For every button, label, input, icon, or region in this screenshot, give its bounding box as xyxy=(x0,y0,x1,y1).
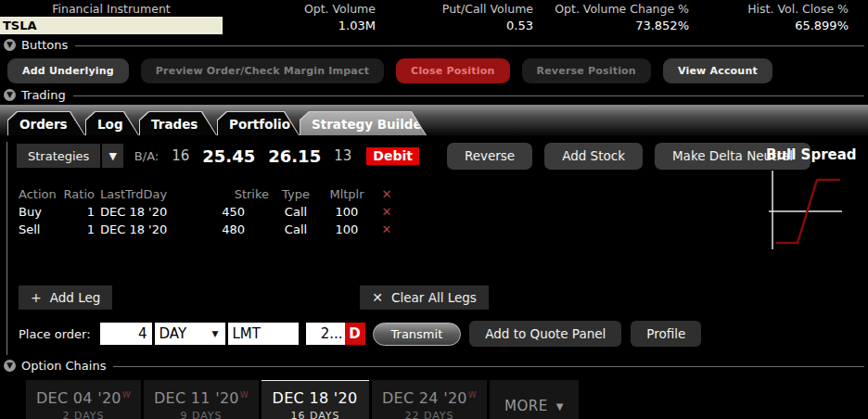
chevron-down-icon: ▼ xyxy=(556,401,564,412)
tif-value: DAY xyxy=(160,325,187,342)
legs-header-lasttrdday: LastTrdDay xyxy=(95,185,204,203)
weekly-marker: W xyxy=(122,390,131,400)
strategy-builder-panel: Strategies ▼ B/A: 16 25.45 26.15 13 Debi… xyxy=(6,142,868,355)
close-position-button[interactable]: Close Position xyxy=(396,58,509,83)
quote-panel: Financial Instrument Opt. Volume Put/Cal… xyxy=(0,0,868,34)
remove-leg-icon[interactable]: ✕ xyxy=(371,221,402,238)
view-account-button[interactable]: View Account xyxy=(663,58,772,83)
preview-order-button[interactable]: Preview Order/Check Margin Impact xyxy=(141,58,384,83)
limit-price-field[interactable] xyxy=(306,323,345,345)
expiry-date: DEC 24 '20 xyxy=(382,389,467,407)
tab-label: Trades xyxy=(151,117,214,132)
option-chains-section-header: ▼ Option Chains xyxy=(4,358,864,374)
expiry-tab-dec11[interactable]: DEC 11 '20W 9 DAYS xyxy=(144,380,259,419)
remove-column-icon[interactable]: ✕ xyxy=(371,185,402,203)
section-rule xyxy=(73,95,864,96)
reverse-button[interactable]: Reverse xyxy=(447,143,532,170)
payoff-chart xyxy=(768,170,844,251)
expiry-tab-dec24[interactable]: DEC 24 '20W 22 DAYS xyxy=(372,380,487,419)
bid-size: 16 xyxy=(172,147,189,164)
tab-label: Strategy Builder xyxy=(312,117,444,132)
section-label: Trading xyxy=(21,88,66,102)
tif-select[interactable]: DAY ▼ xyxy=(155,323,225,345)
add-leg-button[interactable]: + Add Leg xyxy=(19,286,112,310)
opt-volume-value: 1.03M xyxy=(223,19,376,32)
more-expiries-button[interactable]: MORE ▼ xyxy=(490,380,579,419)
tab-label: Portfolio xyxy=(229,117,307,132)
tab-trades[interactable]: Trades xyxy=(139,111,217,135)
quantity-field[interactable] xyxy=(100,323,152,345)
strategies-dropdown-icon[interactable]: ▼ xyxy=(102,144,122,168)
col-financial-instrument: Financial Instrument xyxy=(0,2,223,16)
expiry-date: DEC 04 '20 xyxy=(36,389,121,407)
ask-price: 26.15 xyxy=(268,146,321,166)
legs-header-mltplr: Mltplr xyxy=(323,185,371,203)
debit-badge: Debit xyxy=(366,147,419,165)
reverse-position-button[interactable]: Reverse Position xyxy=(522,58,651,83)
clear-all-legs-button[interactable]: ✕ Clear All Legs xyxy=(360,286,489,310)
opt-volume-change-value: 73.852% xyxy=(533,19,689,32)
legs-header-type: Type xyxy=(269,185,323,203)
col-opt-volume: Opt. Volume xyxy=(223,2,376,16)
leg-mltplr: 100 xyxy=(323,221,371,238)
section-label: Option Chains xyxy=(21,359,106,373)
days-to-expiry: 9 DAYS xyxy=(144,410,259,419)
profile-button[interactable]: Profile xyxy=(631,321,701,347)
leg-lasttrdday: DEC 18 '20 xyxy=(95,221,204,238)
top-button-row: Add Underlying Preview Order/Check Margi… xyxy=(7,57,868,84)
collapse-triangle-icon[interactable]: ▼ xyxy=(4,89,16,101)
days-to-expiry: 16 DAYS xyxy=(262,410,369,419)
order-type-field[interactable] xyxy=(228,323,299,345)
tws-strategy-builder-window: Financial Instrument Opt. Volume Put/Cal… xyxy=(0,0,868,419)
tab-label: Log xyxy=(97,117,140,132)
strategy-bar: Strategies ▼ B/A: 16 25.45 26.15 13 Debi… xyxy=(17,142,868,170)
leg-actions-row: + Add Leg ✕ Clear All Legs xyxy=(19,286,868,310)
legs-header-ratio: Ratio xyxy=(56,185,95,203)
remove-leg-icon[interactable]: ✕ xyxy=(371,203,402,221)
payoff-chart-box: Bull Spread xyxy=(766,146,862,251)
strategies-button[interactable]: Strategies xyxy=(17,144,100,168)
days-to-expiry: 2 DAYS xyxy=(26,410,141,419)
leg-type: Call xyxy=(269,221,323,238)
hist-vol-close-value: 65.899% xyxy=(689,19,849,32)
quote-header-row: Financial Instrument Opt. Volume Put/Cal… xyxy=(0,2,868,16)
tab-portfolio[interactable]: Portfolio xyxy=(217,111,300,135)
clear-all-legs-label: Clear All Legs xyxy=(391,290,477,305)
expiry-tab-dec04[interactable]: DEC 04 '20W 2 DAYS xyxy=(26,380,141,419)
day-order-badge: D xyxy=(345,323,365,345)
tab-log[interactable]: Log xyxy=(85,111,139,135)
collapse-triangle-icon[interactable]: ▼ xyxy=(4,360,16,372)
leg-action: Sell xyxy=(13,221,56,238)
weekly-marker: W xyxy=(240,390,249,400)
tab-orders[interactable]: Orders xyxy=(7,111,85,135)
tab-label: Orders xyxy=(19,117,84,132)
col-hist-vol-close: Hist. Vol. Close % xyxy=(689,2,849,16)
add-stock-button[interactable]: Add Stock xyxy=(544,143,643,170)
expiry-date: DEC 18 '20 xyxy=(273,389,358,407)
add-to-quote-panel-button[interactable]: Add to Quote Panel xyxy=(469,321,621,347)
legs-header-strike: Strike xyxy=(204,185,269,203)
expiry-date: DEC 11 '20 xyxy=(154,389,239,407)
place-order-row: Place order: DAY ▼ D Transmit Add to Quo… xyxy=(19,321,868,347)
symbol-cell[interactable]: TSLA xyxy=(0,17,223,34)
section-label: Buttons xyxy=(21,38,68,52)
chevron-down-icon: ▼ xyxy=(212,329,219,338)
bid-ask-label: B/A: xyxy=(134,149,159,163)
collapse-triangle-icon[interactable]: ▼ xyxy=(4,39,16,51)
add-leg-label: Add Leg xyxy=(50,290,101,305)
legs-table: Action Ratio LastTrdDay Strike Type Mltp… xyxy=(13,185,868,238)
strategy-name-label: Bull Spread xyxy=(766,146,862,163)
leg-strike: 450 xyxy=(204,203,269,221)
x-icon: ✕ xyxy=(372,290,383,305)
leg-strike: 480 xyxy=(204,221,269,238)
transmit-button[interactable]: Transmit xyxy=(373,323,462,346)
expiry-tab-dec18[interactable]: DEC 18 '20 16 DAYS xyxy=(262,380,369,419)
more-label: MORE xyxy=(504,398,548,414)
buttons-section-header: ▼ Buttons xyxy=(4,37,864,53)
tab-strategy-builder[interactable]: Strategy Builder xyxy=(300,111,427,135)
expiry-tab-bar: DEC 04 '20W 2 DAYS DEC 11 '20W 9 DAYS DE… xyxy=(26,380,868,419)
add-underlying-button[interactable]: Add Underlying xyxy=(7,58,129,83)
leg-lasttrdday: DEC 18 '20 xyxy=(95,203,204,221)
col-put-call-volume: Put/Call Volume xyxy=(376,2,533,16)
leg-action: Buy xyxy=(13,203,56,221)
